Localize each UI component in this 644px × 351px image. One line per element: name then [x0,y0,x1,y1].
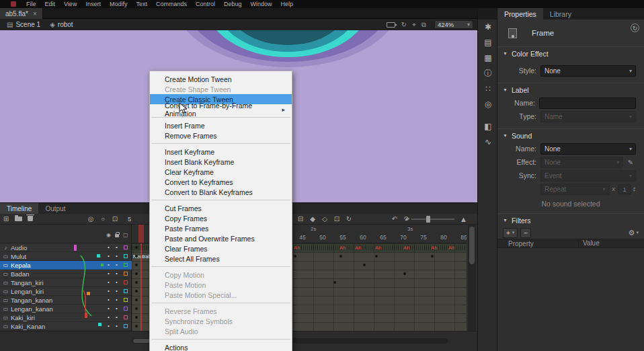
delete-layer-icon[interactable] [24,214,36,225]
info-panel-icon[interactable]: ⓘ [478,66,498,81]
layer-row-kaki-kanan[interactable]: ▭ Kaki_Kanan • • [0,322,132,331]
scrollbar-thumb[interactable] [469,227,475,264]
scene-breadcrumb[interactable]: Scene 1 [15,21,40,28]
keyframe-dot[interactable] [135,272,138,275]
label-name-input[interactable] [539,98,636,109]
layer-outline-swatch[interactable] [124,324,128,328]
components-panel-icon[interactable]: ◧ [478,119,498,134]
menu-insert[interactable]: Insert [85,1,101,7]
menu-file[interactable]: File [26,1,36,7]
playhead-marker[interactable] [138,225,144,243]
timeline-zoom-slider[interactable] [411,219,454,220]
menu-item-paste-frames[interactable]: Paste Frames [150,223,292,233]
keyframe-dot[interactable] [135,316,138,319]
layer-row-tangan-kanan[interactable]: ▭ Tangan_kanan • • [0,296,132,305]
layer-outline-swatch[interactable] [124,272,128,276]
layer-visibility-dot[interactable]: • [108,288,110,294]
menu-item-remove-frames[interactable]: Remove Frames [150,130,292,141]
menu-item-convert-to-blank-keyframes[interactable]: Convert to Blank Keyframes [150,187,292,197]
sound-name-dropdown[interactable]: None ▾ [540,143,636,155]
menu-item-select-all-frames[interactable]: Select All Frames [150,254,292,264]
edit-sound-envelope-icon[interactable]: ✎ [625,159,636,166]
layer-row-lengan-kanan[interactable]: ▭ Lengan_kanan • • [0,305,132,313]
menu-item-cut-frames[interactable]: Cut Frames [150,203,292,213]
keyframe-dot[interactable] [403,272,406,275]
keyframe-dot[interactable] [135,325,138,327]
motion-presets-panel-icon[interactable]: ∿ [478,134,498,150]
menu-edit[interactable]: Edit [45,1,56,7]
layer-lock-dot[interactable]: • [116,314,118,320]
menu-item-insert-keyframe[interactable]: Insert Keyframe [150,147,292,157]
layer-outline-swatch[interactable] [124,307,128,311]
layer-visibility-dot[interactable]: • [108,297,110,303]
tab-timeline[interactable]: Timeline [0,203,38,214]
sound-repeat-dropdown[interactable]: Repeat ▾ [540,184,610,195]
layer-outline-swatch[interactable] [124,254,128,258]
layer-lock-dot[interactable]: • [116,244,118,250]
insert-frame-icon[interactable]: ⊟ [294,214,307,225]
layer-row-kaki-kiri[interactable]: ▭ Kaki_kiri • • [0,313,132,322]
section-label[interactable]: ▼ Label [497,83,644,96]
layer-visibility-dot[interactable]: • [108,253,110,259]
section-filters[interactable]: ▼ Filters [497,213,644,227]
menu-item-insert-blank-keyframe[interactable]: Insert Blank Keyframe [150,157,292,167]
timeline-vertical-scrollbar[interactable] [468,225,476,331]
close-icon[interactable]: × [33,10,37,17]
layer-visibility-dot[interactable]: • [108,262,110,268]
keyframe-dot[interactable] [135,246,138,249]
menu-item-convert-to-keyframes[interactable]: Convert to Keyframes [150,177,292,187]
layer-visibility-dot[interactable]: • [108,323,110,329]
keyframe-dot[interactable] [135,307,138,310]
document-tab[interactable]: ab5.fla* × [0,8,43,19]
menu-control[interactable]: Control [196,1,215,7]
repeat-stepper[interactable]: ▲▼ [633,186,636,192]
swatches-panel-icon[interactable]: ▤ [478,35,498,50]
layer-lock-dot[interactable]: • [116,323,118,329]
layer-outline-swatch[interactable] [124,280,128,284]
menu-help[interactable]: Help [281,1,294,7]
filter-options-button[interactable]: ⚙ ▾ [629,229,639,237]
layer-lock-dot[interactable]: • [116,279,118,285]
keyframe-dot[interactable] [135,281,138,284]
layer-lock-dot[interactable]: • [116,270,118,276]
layer-row-tangan-kiri[interactable]: ▭ Tangan_kiri • • [0,278,132,287]
color-panel-icon[interactable]: ✱ [478,20,498,35]
keyframe-dot[interactable] [135,299,138,301]
tab-properties[interactable]: Properties [497,8,543,20]
frame-view-large-icon[interactable]: ▲ [460,214,467,225]
menu-item-convert-to-frame-by-frame-animation[interactable]: Convert to Frame-by-Frame Animation ▸ [150,104,292,114]
keyframe-dot[interactable] [431,255,434,258]
menu-item-actions[interactable]: Actions [150,342,292,351]
layer-lock-dot[interactable]: • [116,253,118,259]
layer-row-lengan-kiri[interactable]: ▭ Lengan_kiri • • [0,287,132,296]
outline-icon[interactable]: ▢ [123,232,128,238]
menu-text[interactable]: Text [136,1,147,7]
camera-icon[interactable] [387,22,395,28]
menu-item-create-motion-tween[interactable]: Create Motion Tween [150,74,292,84]
layer-row-badan[interactable]: ▭ Badan • • [0,270,132,278]
rotate-stage-icon[interactable]: ↻ [401,21,407,28]
menu-modify[interactable]: Modify [110,1,128,7]
menu-item-paste-and-overwrite-frames[interactable]: Paste and Overwrite Frames [150,233,292,243]
menu-window[interactable]: Window [251,1,272,7]
layer-lock-dot[interactable]: • [116,262,118,268]
menu-item-clear-keyframe[interactable]: Clear Keyframe [150,167,292,177]
edit-multiple-frames-icon[interactable]: ⊡ [109,214,121,225]
layer-lock-dot[interactable]: • [116,297,118,303]
layer-visibility-dot[interactable]: • [108,279,110,285]
keyframe-dot[interactable] [135,290,138,292]
menu-item-clear-frames[interactable]: Clear Frames [150,243,292,254]
layer-row-mulut[interactable]: ▭ Mulut • • [0,252,132,261]
label-type-dropdown[interactable]: Name ▾ [540,111,636,122]
insert-blank-keyframe-icon[interactable]: ◇ [319,214,331,225]
remove-filter-button[interactable]: − [520,228,531,238]
layer-outline-swatch[interactable] [124,245,128,249]
add-filter-button[interactable]: + ▾ [503,228,518,238]
menu-commands[interactable]: Commands [156,1,187,7]
menu-view[interactable]: View [64,1,77,7]
center-frame-icon[interactable]: ⊡ [331,214,343,225]
keyframe-dot[interactable] [135,264,138,266]
insert-keyframe-icon[interactable]: ◆ [307,214,319,225]
center-stage-icon[interactable]: ⌖ [412,21,416,29]
section-color-effect[interactable]: ▼ Color Effect [497,46,644,60]
